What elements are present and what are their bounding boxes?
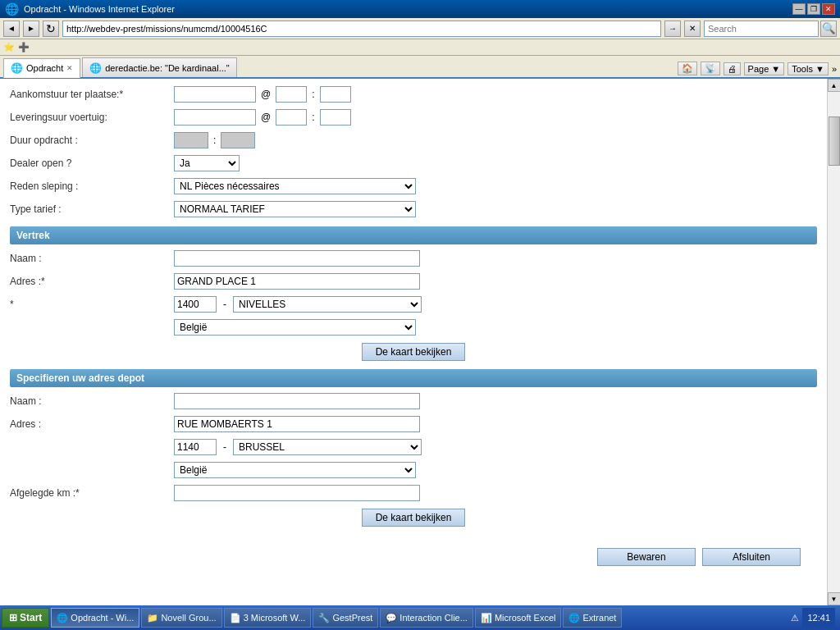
print-button[interactable]: 🖨 [724,62,741,75]
tab-label2: deredactie.be: "De kardinaal..." [105,63,230,73]
minimize-button[interactable]: — [792,3,806,15]
taskbar-item-label-6: Extranet [582,613,616,623]
depot-adres-input[interactable] [174,416,420,432]
depot-postcode-field: - BRUSSEL [174,439,422,455]
depot-map-button[interactable]: De kaart bekijken [362,509,466,527]
tarief-select[interactable]: NORMAAL TARIEF SPECIAAL TARIEF [174,201,416,217]
at-sign-1: @ [259,89,272,100]
tab-opdracht[interactable]: 🌐 Opdracht ✕ [3,58,80,78]
start-label: Start [20,612,42,623]
aankomstuur-row: Aankomstuur ter plaatse:* @ : [10,85,817,103]
dealer-row: Dealer open ? Ja Nee [10,154,817,172]
tab-deredactie[interactable]: 🌐 deredactie.be: "De kardinaal..." [82,57,237,77]
toolbar-extra: » [832,64,837,74]
depot-naam-input[interactable] [174,393,420,409]
taskbar-item-label-3: GestPrest [332,613,372,623]
leveringsuur-input[interactable] [174,109,256,126]
afsluiten-button[interactable]: Afsluiten [702,548,801,566]
taskbar-item-extranet[interactable]: 🌐 Extranet [563,608,622,628]
taskbar-item-interaction[interactable]: 💬 Interaction Clie... [380,608,473,628]
vertrek-map-button[interactable]: De kaart bekijken [362,343,466,361]
start-button[interactable]: ⊞ Start [2,608,49,628]
vertrek-map-btn-row: De kaart bekijken [10,343,817,361]
tab-close-button[interactable]: ✕ [66,64,73,72]
rss-button[interactable]: 📡 [701,62,720,75]
dealer-select[interactable]: Ja Nee [174,155,240,171]
vertrek-country-field: België Nederland France [174,319,416,336]
window-title: Opdracht - Windows Internet Explorer [24,4,175,14]
title-bar: 🌐 Opdracht - Windows Internet Explorer —… [0,0,840,18]
reden-select[interactable]: NL Pièces nécessaires Andere [174,178,416,194]
taskbar-item-gestprest[interactable]: 🔧 GestPrest [313,608,378,628]
depot-country-row: België Nederland France [10,461,817,479]
scrollbar-track[interactable] [828,92,840,592]
depot-naam-row: Naam : [10,392,817,410]
duur-m-input[interactable] [221,132,255,148]
depot-city-select[interactable]: BRUSSEL [233,439,422,455]
taskbar-item-opdracht[interactable]: 🌐 Opdracht - Wi... [51,608,139,628]
aankomstuur-field: @ : [174,86,351,103]
tools-button[interactable]: Tools ▼ [788,62,829,75]
forward-button[interactable]: ► [23,21,39,37]
favorites-star-icon: ⭐ [3,42,15,52]
vertrek-city-select[interactable]: NIVELLES [233,296,422,313]
maximize-button[interactable]: ❐ [807,3,820,15]
leveringsuur-m-input[interactable] [320,109,351,126]
home-button[interactable]: 🏠 [678,62,697,75]
aankomstuur-input[interactable] [174,86,256,103]
notification-icon: ⚠ [791,613,799,623]
scrollbar-thumb[interactable] [829,116,840,166]
colon-1: : [310,89,316,100]
action-buttons-row: Bewaren Afsluiten [10,541,817,573]
toolbar-right: 🏠 📡 🖨 Page ▼ Tools ▼ » [678,62,837,77]
vertrek-postcode-input[interactable] [174,296,217,313]
scrollbar-down-arrow[interactable]: ▼ [828,592,841,605]
search-input[interactable] [704,21,819,37]
vertrek-star-label: * [10,299,174,310]
aankomstuur-h-input[interactable] [276,86,307,103]
tarief-field: NORMAAL TARIEF SPECIAAL TARIEF [174,201,416,217]
duur-field: : [174,132,255,148]
ie-logo: 🌐 [5,2,19,16]
search-bar: 🔍 [704,21,837,37]
depot-adres-row: Adres : [10,415,817,433]
vertrek-country-select[interactable]: België Nederland France [174,319,416,336]
taskbar-word-icon: 📄 [230,613,241,623]
taskbar-clock: 12:41 [802,608,835,628]
stop-button[interactable]: ✕ [684,21,701,37]
address-input[interactable] [62,21,661,37]
vertrek-country-row: België Nederland France [10,318,817,336]
go-button[interactable]: → [664,21,681,37]
windows-logo: ⊞ [9,612,17,623]
window-controls: — ❐ ✕ [792,3,835,15]
search-go-button[interactable]: 🔍 [820,21,837,37]
taskbar-item-excel[interactable]: 📊 Microsoft Excel [475,608,562,628]
tarief-row: Type tarief : NORMAAL TARIEF SPECIAAL TA… [10,200,817,218]
duur-h-input[interactable] [174,132,208,148]
scroll-content: Aankomstuur ter plaatse:* @ : Leveringsu… [0,79,827,605]
depot-country-select[interactable]: België Nederland France [174,462,416,478]
vertrek-adres-field [174,273,420,290]
bewaren-button[interactable]: Bewaren [597,548,696,566]
aankomstuur-label: Aankomstuur ter plaatse:* [10,89,174,100]
taskbar-item-label-0: Opdracht - Wi... [71,613,134,623]
km-input[interactable] [174,485,420,501]
leveringsuur-h-input[interactable] [276,109,307,126]
page-button[interactable]: Page ▼ [744,62,785,75]
dash-2: - [220,441,230,453]
aankomstuur-m-input[interactable] [320,86,351,103]
tools-label: Tools [792,64,813,74]
taskbar-item-word[interactable]: 📄 3 Microsoft W... [224,608,312,628]
colon-2: : [310,112,316,123]
taskbar-item-novell[interactable]: 📁 Novell Grou... [141,608,221,628]
reden-label: Reden sleping : [10,180,174,192]
scrollbar-up-arrow[interactable]: ▲ [828,79,841,92]
km-row: Afgelegde km :* [10,484,817,502]
back-button[interactable]: ◄ [3,21,20,37]
depot-postcode-input[interactable] [174,439,217,455]
refresh-button[interactable]: ↻ [43,21,59,37]
vertrek-adres-input[interactable] [174,273,420,290]
depot-country-field: België Nederland France [174,462,416,478]
close-button[interactable]: ✕ [822,3,835,15]
vertrek-naam-input[interactable] [174,250,420,267]
